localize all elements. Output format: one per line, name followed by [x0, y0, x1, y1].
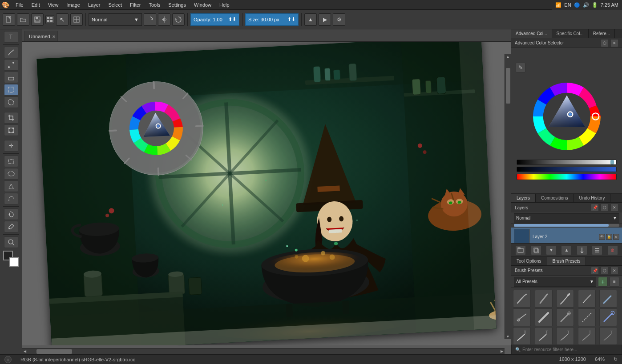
- move-layer-up-btn[interactable]: ▲: [561, 245, 572, 255]
- line-tool[interactable]: [4, 59, 18, 71]
- text-tool[interactable]: T: [4, 31, 18, 43]
- specific-color-tab[interactable]: Specific Col...: [552, 29, 589, 38]
- brush-preset-7[interactable]: [535, 308, 553, 326]
- mirror-btn[interactable]: [158, 13, 170, 26]
- fill-tool[interactable]: [4, 208, 18, 220]
- menu-tools[interactable]: Tools: [145, 1, 164, 8]
- menu-settings[interactable]: Settings: [165, 1, 190, 8]
- menu-window[interactable]: Window: [190, 1, 215, 8]
- freehand-brush-tool[interactable]: [4, 47, 18, 58]
- menu-help[interactable]: Help: [216, 1, 233, 8]
- brush-pin-btn[interactable]: 📌: [591, 267, 599, 275]
- canvas-viewport[interactable]: ▲ ▼: [22, 42, 511, 345]
- save-file-button[interactable]: [31, 13, 44, 26]
- value-bar[interactable]: [517, 160, 616, 165]
- layers-opacity-bar[interactable]: [514, 224, 619, 227]
- vertical-scrollbar[interactable]: ▲ ▼: [505, 54, 511, 339]
- scroll-left-arrow[interactable]: ◀: [22, 349, 28, 354]
- brush-presets-tab[interactable]: Brush Presets: [547, 257, 586, 265]
- scroll-down-arrow[interactable]: ▼: [505, 334, 511, 339]
- advanced-color-tab[interactable]: Advanced Col...: [511, 29, 552, 38]
- hue-bar[interactable]: [517, 174, 616, 180]
- rectangular-selection[interactable]: [4, 156, 18, 167]
- new-file-button[interactable]: [3, 13, 15, 26]
- brush-preset-15[interactable]: T: [599, 327, 617, 344]
- elliptical-selection[interactable]: [4, 168, 18, 180]
- color-panel-expand-btn[interactable]: ⬡: [601, 39, 609, 47]
- color-selector-content[interactable]: ✎: [511, 48, 622, 193]
- blend-mode-dropdown[interactable]: Normal ▼: [89, 13, 142, 26]
- magnetic-selection[interactable]: [4, 193, 18, 204]
- move-tool[interactable]: ✛: [4, 140, 18, 152]
- brush-preset-1[interactable]: [513, 290, 531, 308]
- saturation-bar[interactable]: [517, 167, 616, 172]
- polygonal-selection[interactable]: [4, 180, 18, 192]
- eyedropper-panel-btn[interactable]: ✎: [516, 63, 525, 72]
- layers-pin-btn[interactable]: 📌: [591, 204, 599, 212]
- extra-btn-1[interactable]: [45, 15, 54, 24]
- menu-view[interactable]: View: [44, 1, 62, 8]
- layer-2-lock-icon[interactable]: 🔒: [606, 234, 612, 240]
- preview-btn[interactable]: ▶: [319, 13, 331, 26]
- copy-layer-btn[interactable]: [531, 245, 541, 255]
- open-file-button[interactable]: [17, 13, 29, 26]
- brush-preset-13[interactable]: T: [556, 327, 574, 344]
- brush-menu-btn[interactable]: ≡: [610, 277, 619, 287]
- brush-preset-14[interactable]: T: [578, 327, 596, 344]
- layer-2-visibility-icon[interactable]: 👁: [599, 234, 605, 240]
- menu-filter[interactable]: Filter: [126, 1, 144, 8]
- brush-preset-5[interactable]: [599, 290, 617, 308]
- color-wheel-overlay[interactable]: [105, 77, 207, 180]
- transform-tool[interactable]: [4, 124, 18, 136]
- tool-options-tab[interactable]: Tool Options: [511, 257, 547, 265]
- brush-preset-3[interactable]: [556, 290, 574, 308]
- brush-preset-2[interactable]: [535, 290, 553, 308]
- menu-select[interactable]: Select: [105, 1, 125, 8]
- layer-item-2[interactable]: Layer 2 👁 🔒 α: [511, 228, 622, 243]
- cursor-tool-btn[interactable]: ↖: [56, 13, 69, 26]
- v-scrollbar-thumb[interactable]: [506, 68, 510, 104]
- size-stepper[interactable]: ⬆⬇: [287, 16, 295, 22]
- layer-2-alpha-icon[interactable]: α: [613, 234, 619, 240]
- tab-close-button[interactable]: ✕: [52, 34, 56, 39]
- layers-close-btn[interactable]: ✕: [610, 204, 618, 212]
- undo-history-tab[interactable]: Undo History: [574, 194, 611, 202]
- move-layer-down-btn[interactable]: ▼: [546, 245, 557, 255]
- size-control[interactable]: Size: 30.00 px ⬆⬇: [245, 13, 299, 26]
- brush-close-btn[interactable]: ✕: [610, 267, 618, 275]
- brush-expand-btn[interactable]: ⬡: [601, 267, 609, 275]
- brush-preset-9[interactable]: [578, 308, 596, 326]
- canvas-tab-unnamed[interactable]: Unnamed ✕: [24, 31, 58, 41]
- scroll-right-arrow[interactable]: ▶: [499, 349, 505, 354]
- add-brush-preset-btn[interactable]: +: [598, 277, 608, 287]
- merge-layer-btn[interactable]: [577, 245, 587, 255]
- eraser-tool[interactable]: [4, 72, 18, 83]
- brush-preset-6[interactable]: [513, 308, 531, 326]
- scroll-up-arrow[interactable]: ▲: [505, 54, 511, 59]
- layers-expand-btn[interactable]: ⬡: [601, 204, 609, 212]
- contiguous-selection-tool[interactable]: [4, 96, 18, 108]
- color-wheel-svg[interactable]: [525, 74, 609, 159]
- opacity-stepper[interactable]: ⬆⬇: [228, 16, 236, 22]
- settings-btn[interactable]: ⚙: [333, 13, 345, 26]
- delete-layer-btn[interactable]: 🗑: [607, 245, 618, 255]
- pixel-btn[interactable]: [70, 13, 83, 26]
- brush-search-input[interactable]: [522, 347, 618, 352]
- freehand-selection-tool[interactable]: [4, 84, 18, 96]
- compositions-tab[interactable]: Compositions: [536, 194, 574, 202]
- crop-tool[interactable]: [4, 112, 18, 124]
- menu-layer[interactable]: Layer: [85, 1, 104, 8]
- layer-blend-mode-dropdown[interactable]: Normal ▼: [514, 213, 619, 223]
- menu-image[interactable]: Image: [63, 1, 84, 8]
- brush-search-bar[interactable]: 🔍: [511, 344, 622, 354]
- brush-preset-11[interactable]: T: [513, 327, 531, 344]
- background-color[interactable]: [9, 257, 19, 267]
- h-scrollbar-thumb[interactable]: [36, 349, 72, 354]
- horizontal-scrollbar[interactable]: ◀ ▶: [22, 348, 505, 354]
- pressure-btn[interactable]: ▲: [304, 13, 317, 26]
- color-panel-close-btn[interactable]: ✕: [610, 39, 618, 47]
- reference-tab[interactable]: Refere...: [589, 29, 615, 38]
- brush-filter-dropdown[interactable]: All Presets ▼: [514, 277, 596, 287]
- menu-file[interactable]: File: [12, 1, 27, 8]
- menu-edit[interactable]: Edit: [28, 1, 44, 8]
